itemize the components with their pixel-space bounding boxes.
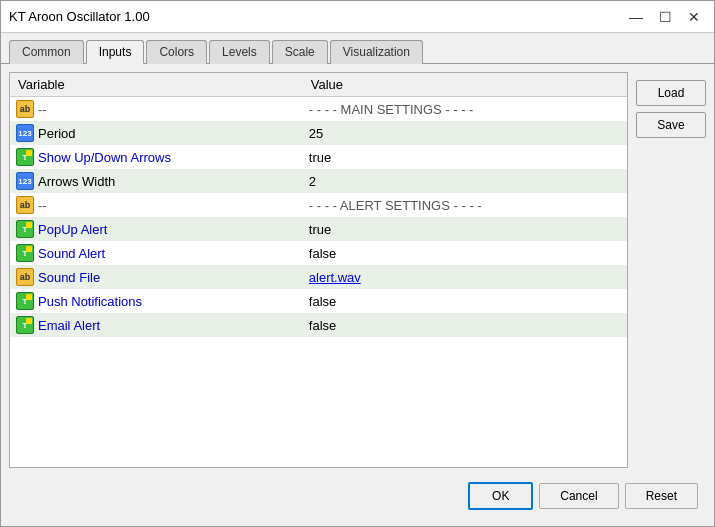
table-row[interactable]: ab--- - - - ALERT SETTINGS - - - - bbox=[10, 193, 627, 217]
bottom-bar: OK Cancel Reset bbox=[9, 476, 706, 518]
side-buttons: Load Save bbox=[636, 72, 706, 468]
variable-cell: abSound File bbox=[10, 265, 303, 289]
main-area: Variable Value ab--- - - - MAIN SETTINGS… bbox=[9, 72, 706, 468]
tab-common[interactable]: Common bbox=[9, 40, 84, 64]
table-row[interactable]: 123Period25 bbox=[10, 121, 627, 145]
value-cell: 2 bbox=[303, 169, 627, 193]
tf-icon: T bbox=[16, 148, 34, 166]
table-row[interactable]: TSound Alertfalse bbox=[10, 241, 627, 265]
tf-icon: T bbox=[16, 244, 34, 262]
window-controls: — ☐ ✕ bbox=[623, 7, 706, 27]
tf-icon: T bbox=[16, 292, 34, 310]
value-cell: - - - - ALERT SETTINGS - - - - bbox=[303, 193, 627, 217]
numeric-icon: 123 bbox=[16, 124, 34, 142]
variable-name: -- bbox=[38, 102, 47, 117]
variable-name: PopUp Alert bbox=[38, 222, 107, 237]
table-row[interactable]: 123Arrows Width2 bbox=[10, 169, 627, 193]
tf-icon: T bbox=[16, 316, 34, 334]
tab-content: Variable Value ab--- - - - MAIN SETTINGS… bbox=[1, 64, 714, 526]
ab-icon: ab bbox=[16, 100, 34, 118]
variable-cell: TEmail Alert bbox=[10, 313, 303, 337]
value-cell: alert.wav bbox=[303, 265, 627, 289]
variable-cell: TPush Notifications bbox=[10, 289, 303, 313]
col-value: Value bbox=[303, 73, 627, 97]
tf-icon: T bbox=[16, 220, 34, 238]
variable-cell: ab-- bbox=[10, 193, 303, 217]
cancel-button[interactable]: Cancel bbox=[539, 483, 618, 509]
minimize-button[interactable]: — bbox=[623, 7, 649, 27]
window-title: KT Aroon Oscillator 1.00 bbox=[9, 9, 150, 24]
load-button[interactable]: Load bbox=[636, 80, 706, 106]
value-cell: false bbox=[303, 241, 627, 265]
value-link[interactable]: alert.wav bbox=[309, 270, 361, 285]
inputs-table: Variable Value ab--- - - - MAIN SETTINGS… bbox=[10, 73, 627, 337]
table-row[interactable]: ab--- - - - MAIN SETTINGS - - - - bbox=[10, 97, 627, 122]
main-window: KT Aroon Oscillator 1.00 — ☐ ✕ Common In… bbox=[0, 0, 715, 527]
variable-cell: TShow Up/Down Arrows bbox=[10, 145, 303, 169]
ok-button[interactable]: OK bbox=[468, 482, 533, 510]
table-row[interactable]: TPush Notificationsfalse bbox=[10, 289, 627, 313]
tab-colors[interactable]: Colors bbox=[146, 40, 207, 64]
ab-icon: ab bbox=[16, 268, 34, 286]
variable-name: Email Alert bbox=[38, 318, 100, 333]
ab-icon: ab bbox=[16, 196, 34, 214]
variable-cell: ab-- bbox=[10, 97, 303, 121]
title-bar: KT Aroon Oscillator 1.00 — ☐ ✕ bbox=[1, 1, 714, 33]
save-button[interactable]: Save bbox=[636, 112, 706, 138]
numeric-icon: 123 bbox=[16, 172, 34, 190]
variable-cell: TSound Alert bbox=[10, 241, 303, 265]
variable-name: Show Up/Down Arrows bbox=[38, 150, 171, 165]
tab-visualization[interactable]: Visualization bbox=[330, 40, 423, 64]
tab-bar: Common Inputs Colors Levels Scale Visual… bbox=[1, 33, 714, 64]
maximize-button[interactable]: ☐ bbox=[653, 7, 678, 27]
variable-name: Period bbox=[38, 126, 76, 141]
value-cell: true bbox=[303, 217, 627, 241]
value-cell: 25 bbox=[303, 121, 627, 145]
table-row[interactable]: abSound Filealert.wav bbox=[10, 265, 627, 289]
col-variable: Variable bbox=[10, 73, 303, 97]
tab-levels[interactable]: Levels bbox=[209, 40, 270, 64]
variable-cell: 123Arrows Width bbox=[10, 169, 303, 193]
value-cell: false bbox=[303, 289, 627, 313]
tab-inputs[interactable]: Inputs bbox=[86, 40, 145, 64]
variable-name: Sound File bbox=[38, 270, 100, 285]
table-row[interactable]: TPopUp Alerttrue bbox=[10, 217, 627, 241]
variable-name: Arrows Width bbox=[38, 174, 115, 189]
table-row[interactable]: TShow Up/Down Arrowstrue bbox=[10, 145, 627, 169]
value-cell: false bbox=[303, 313, 627, 337]
reset-button[interactable]: Reset bbox=[625, 483, 698, 509]
variable-name: -- bbox=[38, 198, 47, 213]
table-row[interactable]: TEmail Alertfalse bbox=[10, 313, 627, 337]
variable-name: Push Notifications bbox=[38, 294, 142, 309]
variable-cell: 123Period bbox=[10, 121, 303, 145]
value-cell: true bbox=[303, 145, 627, 169]
variable-cell: TPopUp Alert bbox=[10, 217, 303, 241]
variable-name: Sound Alert bbox=[38, 246, 105, 261]
value-cell: - - - - MAIN SETTINGS - - - - bbox=[303, 97, 627, 122]
tab-scale[interactable]: Scale bbox=[272, 40, 328, 64]
inputs-table-container[interactable]: Variable Value ab--- - - - MAIN SETTINGS… bbox=[9, 72, 628, 468]
close-button[interactable]: ✕ bbox=[682, 7, 706, 27]
